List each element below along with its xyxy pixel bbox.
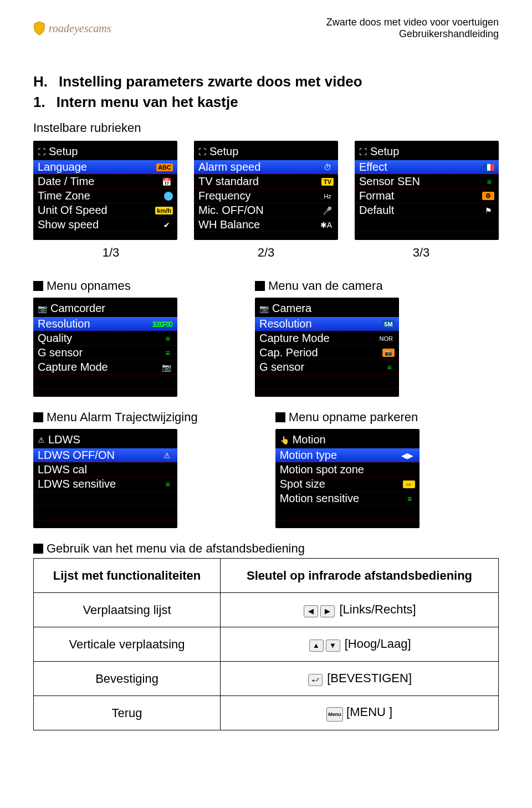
menu-item[interactable] xyxy=(275,506,420,520)
menu-item-label: Motion type xyxy=(280,449,337,462)
menu-item[interactable]: Format⚙ xyxy=(355,189,499,203)
menu-item-label: Frequency xyxy=(198,190,251,202)
square-bullet-icon xyxy=(255,281,265,291)
menu-item[interactable]: G sensor≡ xyxy=(33,346,177,360)
pager-label: 3/3 xyxy=(413,246,430,260)
setup-screens-row: ⛶SetupLanguageABCDate / Time📅Time ZoneUn… xyxy=(33,141,499,240)
globe-icon xyxy=(164,192,173,201)
label-menu-camera: Menu van de camera xyxy=(255,279,399,293)
label-menu-ldws: Menu Alarm Trajectwijziging xyxy=(33,410,198,425)
menu-item-label: TV standard xyxy=(198,175,259,188)
section-h-title: Instelling parameters zwarte doos met vi… xyxy=(59,73,362,90)
menu-item-badge: ≡ xyxy=(403,494,415,504)
menu-item[interactable]: Show speed✔ xyxy=(33,218,177,232)
menu-item[interactable]: Capture Mode📷 xyxy=(33,360,177,375)
menu-item-badge: NOR xyxy=(378,335,395,342)
menu-item-label: Time Zone xyxy=(38,190,90,202)
menu-item-label: Resolution xyxy=(38,318,90,330)
screen-title-text: Camcorder xyxy=(50,302,105,315)
menu-item[interactable] xyxy=(255,375,399,389)
function-label: Terug xyxy=(34,696,221,730)
menu-item[interactable]: Sensor SEN≡ xyxy=(355,175,499,189)
menu-item[interactable]: Resolution5M xyxy=(255,317,399,331)
menu-item-label: Sensor SEN xyxy=(359,175,420,188)
arrow-key-icon: ▲ xyxy=(309,640,324,652)
menu-item-label: WH Balance xyxy=(198,218,260,231)
menu-item[interactable]: TV standardTV xyxy=(194,175,338,189)
remote-control-table: Lijst met functionaliteiten Sleutel op i… xyxy=(33,558,499,730)
screen-title: ⚠LDWS xyxy=(33,432,177,448)
menu-item[interactable]: Effect xyxy=(355,160,499,175)
menu-item[interactable]: WH Balance✱A xyxy=(194,218,338,232)
remote-use-heading: Gebruik van het menu via de afstandsbedi… xyxy=(33,541,499,556)
menu-item-label: Cap. Period xyxy=(259,346,318,359)
menu-item-badge: TV xyxy=(321,178,334,186)
key-label: [Hoog/Laag] xyxy=(341,637,411,651)
menu-item[interactable]: Cap. Period📷 xyxy=(255,346,399,360)
menu-item-label: Date / Time xyxy=(38,175,94,188)
label-menu-opnames-text: Menu opnames xyxy=(47,279,131,293)
menu-item[interactable] xyxy=(33,492,177,506)
pager-label: 2/3 xyxy=(258,246,275,260)
key-cell: ⮐ [BEVESTIGEN] xyxy=(221,662,499,696)
shield-icon xyxy=(33,21,45,35)
menu-item[interactable]: Motion type◀▶ xyxy=(275,448,420,463)
menu-item[interactable]: Spot size▫▫ xyxy=(275,477,420,492)
cam-icon: 📷 xyxy=(38,304,47,313)
screen-title: ⛶Setup xyxy=(33,144,177,160)
menu-item[interactable]: Date / Time📅 xyxy=(33,175,177,189)
arrow-key-icon: ◀ xyxy=(304,605,318,617)
arrow-key-icon: ▶ xyxy=(320,605,335,617)
menu-item[interactable] xyxy=(33,375,177,389)
key-label: [MENU ] xyxy=(343,705,392,719)
remote-use-heading-text: Gebruik van het menu via de afstandsbedi… xyxy=(47,541,305,556)
ldws-icon: ⚠ xyxy=(38,436,45,444)
menu-item-badge: ⚑ xyxy=(482,206,494,216)
menu-item[interactable]: LDWS sensitive≡ xyxy=(33,477,177,492)
screen-title: 👆Motion xyxy=(275,432,420,448)
menu-item-label: Capture Mode xyxy=(38,361,108,374)
screen-title-text: Motion xyxy=(293,433,326,446)
menu-item[interactable]: Capture ModeNOR xyxy=(255,331,399,346)
menu-item[interactable]: Unit Of Speedkm/h xyxy=(33,203,177,218)
menu-item-badge: ▫▫ xyxy=(403,480,415,488)
menu-item-label: Format xyxy=(359,190,394,202)
menu-item[interactable]: FrequencyHz xyxy=(194,189,338,203)
screen-title-text: Setup xyxy=(209,145,238,158)
square-bullet-icon xyxy=(33,281,43,291)
menu-item[interactable]: LanguageABC xyxy=(33,160,177,175)
label-menu-ldws-text: Menu Alarm Trajectwijziging xyxy=(47,410,198,425)
menu-item[interactable]: Time Zone xyxy=(33,189,177,203)
menu-item[interactable]: Motion sensitive≡ xyxy=(275,492,420,506)
menu-item-label: Default xyxy=(359,204,394,217)
menu-item-badge: km/h xyxy=(155,207,173,214)
menu-item[interactable]: Default⚑ xyxy=(355,203,499,218)
menu-item-badge: 📷 xyxy=(160,362,173,372)
menu-item[interactable]: Quality≡ xyxy=(33,331,177,346)
key-cell: ▲▼ [Hoog/Laag] xyxy=(221,627,499,662)
section-1-num: 1. xyxy=(33,94,45,111)
cam-icon: 📷 xyxy=(259,304,269,313)
setup-screen: ⛶SetupEffectSensor SEN≡Format⚙Default⚑ xyxy=(355,141,499,240)
menu-item-label: Spot size xyxy=(280,478,325,490)
flag-icon xyxy=(483,164,494,171)
menu-item[interactable]: LDWS OFF/ON⚠ xyxy=(33,448,177,463)
label-menu-motion-text: Menu opname parkeren xyxy=(289,410,418,425)
menu-item[interactable] xyxy=(33,506,177,520)
menu-item[interactable]: Resolution1080P30 xyxy=(33,317,177,331)
menu-item[interactable]: G sensor≡ xyxy=(255,360,399,375)
menu-item[interactable]: Alarm speed⏱ xyxy=(194,160,338,175)
table-header-row: Lijst met functionaliteiten Sleutel op i… xyxy=(34,559,499,593)
table-row: Verticale verplaatsing▲▼ [Hoog/Laag] xyxy=(34,627,499,662)
menu-item-label: Language xyxy=(38,161,87,173)
section-1-title: Intern menu van het kastje xyxy=(57,94,238,111)
menu-item[interactable]: Motion spot zone xyxy=(275,463,420,477)
menu-item-badge: ⚠ xyxy=(161,451,173,461)
menu-item[interactable] xyxy=(355,218,499,232)
menu-item[interactable]: LDWS cal xyxy=(33,463,177,477)
row2-labels-and-screens: Menu Alarm Trajectwijziging ⚠LDWSLDWS OF… xyxy=(33,410,499,528)
setup-screen: ⛶SetupAlarm speed⏱TV standardTVFrequency… xyxy=(194,141,338,240)
screen-title-text: LDWS xyxy=(48,433,80,446)
menu-item[interactable]: Mic. OFF/ON🎤 xyxy=(194,203,338,218)
motion-screen: 👆MotionMotion type◀▶Motion spot zoneSpot… xyxy=(275,429,420,528)
